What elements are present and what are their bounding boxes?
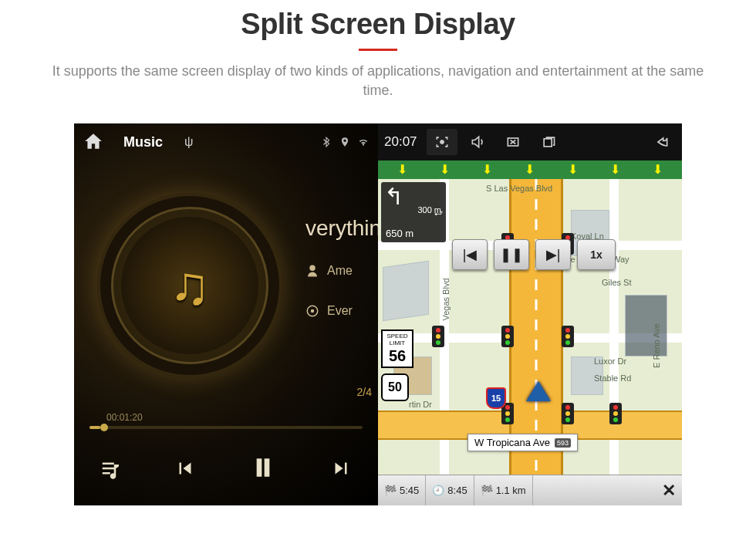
street-label: Vegas Blvd (441, 279, 451, 321)
volume-button[interactable] (462, 129, 493, 155)
bluetooth-icon (321, 137, 332, 147)
street-label: Stable Rd (594, 373, 631, 383)
street-label: Giles St (602, 278, 632, 287)
home-icon[interactable] (83, 131, 103, 154)
svg-point-1 (311, 309, 315, 313)
street-label: S Las Vegas Blvd (486, 184, 552, 193)
recents-button[interactable] (533, 129, 564, 155)
traffic-light-icon (562, 403, 574, 424)
lane-guidance-bar: ⬇ ⬇ ⬇ ⬇ ⬇ ⬇ ⬇ (378, 160, 682, 179)
page-subtitle: It supports the same screen display of t… (39, 62, 717, 100)
highway-shield: 15 (486, 387, 506, 409)
street-label: Luxor Dr (594, 356, 626, 366)
next-track-button[interactable] (329, 457, 353, 485)
sim-prev-button[interactable]: |◀ (452, 239, 488, 270)
album-art: ♫ (97, 193, 282, 378)
pause-button[interactable] (248, 452, 278, 490)
lane-arrow-icon: ⬇ (525, 164, 535, 176)
wifi-icon (358, 137, 369, 147)
lane-arrow-icon: ⬇ (568, 164, 578, 176)
title-underline (359, 49, 397, 51)
close-app-button[interactable] (498, 129, 528, 155)
distance-cell[interactable]: 🏁 1.1 km (474, 475, 533, 505)
clock: 20:07 (384, 134, 417, 150)
system-bar: 20:07 (378, 123, 682, 160)
person-icon (305, 264, 319, 278)
prev-track-button[interactable] (174, 457, 197, 485)
current-road-banner: W Tropicana Ave 593 (467, 434, 578, 451)
svg-point-2 (440, 140, 444, 144)
location-icon (339, 137, 350, 147)
screenshot-button[interactable] (427, 129, 457, 155)
flag-icon: 🏁 (481, 485, 493, 496)
sim-controls: |◀ ❚❚ ▶| 1x (452, 239, 616, 270)
track-counter: 2/4 (357, 386, 372, 398)
street-label: rtin Dr (409, 400, 432, 409)
turn-distance-1: 300 m (417, 205, 441, 215)
eta-cell[interactable]: 🏁 5:45 (378, 475, 426, 505)
speed-limit-sign: SPEED LIMIT 56 (381, 329, 413, 368)
nav-bottom-bar: 🏁 5:45 🕘 8:45 🏁 1.1 km ✕ (378, 475, 682, 505)
page-title: Split Screen Display (0, 8, 756, 41)
traffic-light-icon (432, 326, 444, 347)
turn-distance-2: 650 m (386, 228, 413, 239)
back-button[interactable] (646, 129, 677, 155)
street-label: E Reno Ave (652, 323, 661, 368)
device-screenshot: Music ψ ♫ verythin Ame Ever 2/4 00:01:20 (74, 123, 682, 505)
music-note-icon: ♫ (170, 255, 211, 316)
lane-arrow-icon: ⬇ (482, 164, 492, 176)
traffic-light-icon (609, 403, 622, 424)
navigation-pane: 20:07 ⬇ ⬇ ⬇ ⬇ ⬇ ⬇ ⬇ (378, 123, 682, 505)
turn-instruction: ↰ ⮐ 300 m 650 m (381, 182, 446, 242)
music-app-label: Music (123, 134, 163, 150)
lane-arrow-icon: ⬇ (397, 164, 407, 176)
sim-speed-button[interactable]: 1x (577, 239, 616, 270)
track-title: verythin (305, 216, 378, 241)
flag-icon: 🏁 (384, 485, 397, 496)
sim-next-button[interactable]: ▶| (535, 239, 571, 270)
svg-rect-4 (544, 139, 552, 147)
elapsed-time: 00:01:20 (106, 412, 143, 423)
music-pane: Music ψ ♫ verythin Ame Ever 2/4 00:01:20 (74, 123, 378, 505)
usb-icon[interactable]: ψ (184, 135, 193, 149)
close-nav-button[interactable]: ✕ (656, 475, 682, 505)
traffic-light-icon (562, 326, 574, 347)
lane-arrow-icon: ⬇ (610, 164, 620, 176)
lane-arrow-icon: ⬇ (653, 164, 663, 176)
clock-icon: 🕘 (432, 485, 444, 496)
route-shield: 50 (381, 373, 409, 401)
lane-arrow-icon: ⬇ (440, 164, 450, 176)
music-topbar: Music ψ (74, 123, 378, 160)
playlist-button[interactable] (100, 457, 123, 485)
track-info: verythin Ame Ever (305, 216, 378, 344)
music-controls (74, 444, 378, 498)
vehicle-cursor-icon (526, 381, 551, 401)
artist-name: Ame (327, 264, 353, 278)
sim-pause-button[interactable]: ❚❚ (494, 239, 529, 270)
disc-icon (305, 304, 319, 318)
album-name: Ever (327, 304, 353, 318)
time-cell[interactable]: 🕘 8:45 (426, 475, 474, 505)
traffic-light-icon (501, 326, 514, 347)
map-canvas[interactable]: S Las Vegas Blvd Koval Ln Duke Ellington… (378, 179, 682, 475)
progress-bar[interactable] (89, 426, 363, 429)
